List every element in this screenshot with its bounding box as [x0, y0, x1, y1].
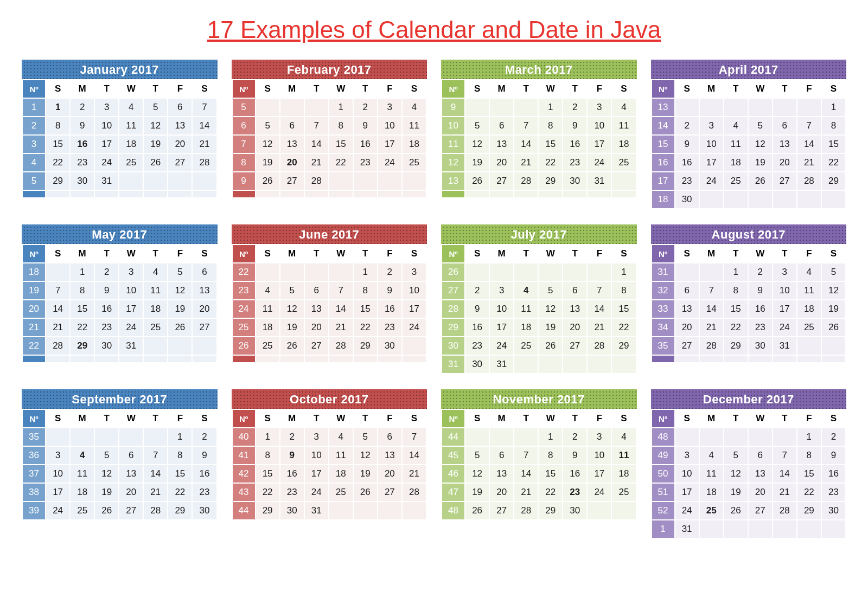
- day-cell: 4: [403, 99, 426, 116]
- day-header: T: [563, 410, 586, 427]
- day-cell: 21: [144, 484, 167, 501]
- month-table: NºSMTWTFS1812345619789101112132014151617…: [22, 244, 218, 363]
- day-cell: 17: [95, 136, 118, 153]
- day-cell: [724, 520, 748, 538]
- day-header: W: [539, 410, 562, 427]
- week-number-cell: 29: [442, 319, 464, 336]
- day-cell: [700, 191, 723, 208]
- day-cell: [280, 191, 304, 197]
- day-header: S: [193, 245, 216, 262]
- week-number-cell: 21: [23, 319, 45, 336]
- day-cell: 27: [490, 172, 513, 190]
- week-number-header: Nº: [233, 245, 255, 262]
- day-cell: [95, 191, 118, 197]
- week-number-cell: 6: [233, 117, 255, 134]
- day-cell: 7: [700, 282, 723, 299]
- day-cell: 1: [168, 428, 192, 446]
- day-cell: 31: [305, 502, 328, 519]
- day-cell: 22: [168, 484, 192, 501]
- day-cell: [403, 191, 426, 197]
- day-cell: [514, 99, 538, 116]
- day-header: T: [144, 80, 167, 98]
- day-header: T: [563, 245, 586, 262]
- day-cell: 12: [280, 300, 304, 318]
- day-cell: 18: [256, 319, 279, 336]
- day-cell: [403, 337, 426, 355]
- day-cell: 7: [514, 447, 538, 464]
- day-cell: 23: [378, 319, 401, 336]
- day-cell: 27: [773, 172, 796, 190]
- week-number-cell: 24: [233, 300, 255, 318]
- day-header: T: [773, 410, 796, 427]
- week-row: 441234: [442, 428, 636, 446]
- day-cell: [490, 263, 513, 281]
- day-cell: 22: [46, 154, 69, 171]
- day-cell: [563, 191, 586, 197]
- week-number-cell: 17: [652, 172, 674, 190]
- day-cell: 27: [119, 502, 143, 519]
- day-header: S: [256, 80, 279, 98]
- day-cell: 20: [168, 136, 192, 153]
- week-row: 363456789: [23, 447, 216, 464]
- day-cell: 15: [539, 465, 562, 483]
- day-header: F: [378, 410, 401, 427]
- day-cell: [280, 99, 304, 116]
- day-cell: [490, 191, 513, 197]
- day-cell: 5: [256, 117, 279, 134]
- day-cell: 24: [588, 484, 611, 501]
- day-cell: 21: [403, 465, 426, 483]
- day-cell: 1: [797, 428, 821, 446]
- week-row: 1830: [652, 191, 846, 208]
- day-cell: 28: [144, 502, 167, 519]
- day-cell: 1: [612, 263, 635, 281]
- day-cell: [329, 502, 353, 519]
- day-cell: [119, 172, 143, 190]
- day-cell: 23: [822, 484, 845, 501]
- week-row: 1978910111213: [23, 282, 216, 299]
- day-header: W: [749, 80, 772, 98]
- day-cell: 7: [797, 117, 821, 134]
- day-cell: [822, 337, 845, 355]
- week-number-header: Nº: [23, 245, 45, 262]
- month-december-2017: December 2017NºSMTWTFS481249345678950101…: [651, 389, 847, 539]
- day-cell: 8: [724, 282, 748, 299]
- day-cell: 20: [193, 300, 216, 318]
- day-cell: [749, 520, 772, 538]
- week-number-cell: 13: [652, 99, 674, 116]
- month-table: NºSMTWTFS2612723456782891011121314152916…: [441, 244, 637, 374]
- day-cell: 16: [378, 300, 401, 318]
- day-cell: 7: [403, 428, 426, 446]
- day-cell: 8: [168, 447, 192, 464]
- week-row: 326789101112: [652, 282, 846, 299]
- day-cell: 7: [588, 282, 611, 299]
- week-row: 4612131415161718: [442, 465, 636, 483]
- day-cell: 27: [490, 502, 513, 519]
- day-cell: [354, 191, 377, 197]
- day-cell: 22: [612, 319, 635, 336]
- day-cell: [144, 172, 167, 190]
- day-header: S: [193, 80, 216, 98]
- month-title: May 2017: [22, 224, 218, 244]
- day-cell: 16: [563, 465, 586, 483]
- day-cell: 3: [305, 428, 328, 446]
- day-cell: [675, 99, 699, 116]
- day-cell: 1: [256, 428, 279, 446]
- day-cell: 22: [797, 484, 821, 501]
- day-cell: [514, 356, 538, 373]
- day-cell: 10: [700, 136, 723, 153]
- day-cell: 19: [465, 484, 489, 501]
- day-cell: [797, 99, 821, 116]
- day-header: M: [280, 80, 304, 98]
- day-cell: [700, 99, 723, 116]
- day-cell: 2: [563, 428, 586, 446]
- day-cell: 18: [514, 319, 538, 336]
- day-cell: [144, 356, 167, 362]
- day-cell: 6: [119, 447, 143, 464]
- day-cell: 13: [490, 136, 513, 153]
- day-header: S: [403, 245, 426, 262]
- week-number-cell: 37: [23, 465, 45, 483]
- week-row: 11234567: [23, 99, 216, 116]
- day-cell: 24: [403, 319, 426, 336]
- day-cell: [773, 520, 796, 538]
- day-cell: 30: [71, 172, 94, 190]
